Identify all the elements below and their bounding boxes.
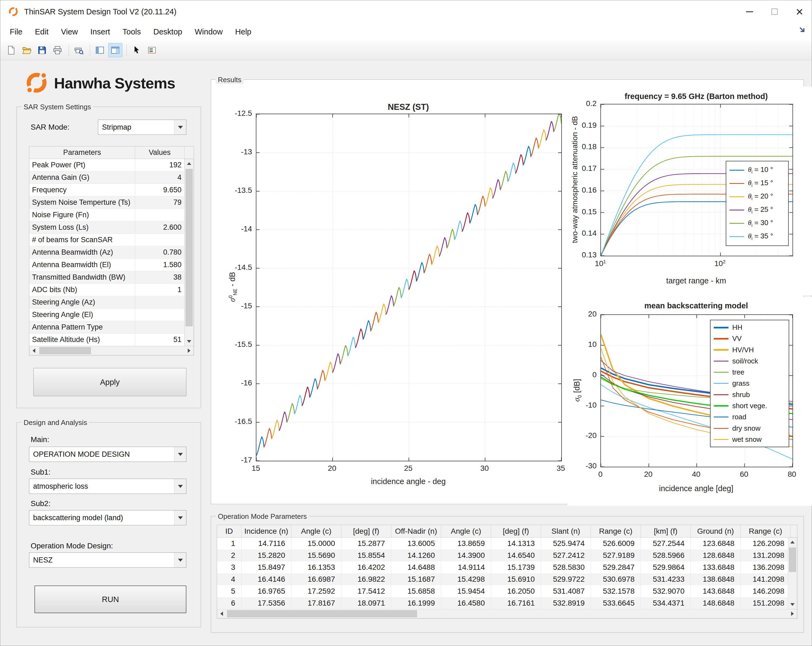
param-value-cell[interactable]: 4 — [135, 171, 185, 184]
table-cell[interactable]: 13.6005 — [391, 538, 441, 550]
table-cell[interactable]: 527.9189 — [591, 550, 641, 561]
sub1-select[interactable]: atmospheric loss — [29, 479, 186, 494]
vertical-scrollbar[interactable] — [788, 538, 797, 609]
table-cell[interactable]: 527.2544 — [641, 538, 691, 550]
table-cell[interactable]: 13.8659 — [441, 538, 491, 550]
column-header[interactable]: [deg] (f) — [341, 525, 391, 537]
table-cell[interactable]: 14.6540 — [491, 550, 541, 561]
table-cell[interactable]: 534.4371 — [641, 597, 691, 609]
scrollbar-thumb[interactable] — [227, 610, 417, 617]
table-cell[interactable]: 5 — [217, 585, 241, 597]
table-cell[interactable]: 3 — [217, 561, 241, 573]
table-cell[interactable]: 1 — [217, 538, 241, 550]
print-button[interactable] — [50, 43, 64, 57]
column-header[interactable]: Incidence (n) — [241, 525, 292, 537]
table-cell[interactable]: 128.6848 — [691, 550, 741, 561]
param-value-cell[interactable] — [135, 234, 185, 246]
param-name-cell[interactable]: Antenna Beamwidth (Az) — [29, 246, 135, 259]
horizontal-scrollbar[interactable] — [217, 609, 797, 619]
table-cell[interactable]: 528.5966 — [641, 550, 691, 561]
scroll-right-icon[interactable] — [185, 346, 194, 355]
table-cell[interactable]: 16.4202 — [341, 561, 391, 573]
table-cell[interactable]: 14.6488 — [391, 561, 441, 573]
table-cell[interactable]: 148.6848 — [691, 597, 741, 609]
param-name-cell[interactable]: Antenna Beamwidth (El) — [29, 259, 135, 271]
main-select[interactable]: OPERATION MODE DESIGN — [29, 447, 186, 462]
table-cell[interactable]: 525.9474 — [541, 538, 591, 550]
param-value-cell[interactable]: 79 — [135, 197, 185, 209]
column-header[interactable]: [km] (f) — [641, 525, 691, 537]
apply-button[interactable]: Apply — [34, 368, 186, 396]
dock-window-button[interactable] — [93, 43, 107, 57]
param-value-cell[interactable] — [135, 296, 185, 309]
table-cell[interactable]: 15.1687 — [391, 573, 441, 585]
column-header[interactable]: Angle (c) — [292, 525, 341, 537]
param-name-cell[interactable]: Antenna Pattern Type — [29, 321, 135, 334]
column-header[interactable]: [deg] (f) — [491, 525, 541, 537]
table-cell[interactable]: 16.9822 — [341, 573, 391, 585]
param-value-cell[interactable]: 9.650 — [135, 184, 185, 197]
table-cell[interactable]: 16.6987 — [292, 573, 341, 585]
table-cell[interactable]: 16.9765 — [241, 585, 292, 597]
table-cell[interactable]: 133.6848 — [691, 561, 741, 573]
legend[interactable]: HHVVHV/VHsoil/rocktreegrassshrubshort ve… — [710, 320, 789, 447]
menu-help[interactable]: Help — [229, 23, 258, 40]
table-cell[interactable]: 15.8497 — [241, 561, 292, 573]
table-cell[interactable]: 526.6009 — [591, 538, 641, 550]
scroll-up-icon[interactable] — [185, 159, 194, 168]
column-header[interactable]: Ground (n) — [691, 525, 741, 537]
param-name-cell[interactable]: System Noise Temperture (Ts) — [29, 197, 135, 209]
table-cell[interactable]: 531.4233 — [641, 573, 691, 585]
table-cell[interactable]: 528.5830 — [541, 561, 591, 573]
scroll-down-icon[interactable] — [185, 337, 194, 346]
column-header[interactable]: Slant (n) — [541, 525, 591, 537]
param-value-cell[interactable]: 192 — [135, 159, 185, 171]
sub2-select[interactable]: backscattering model (land) — [29, 510, 186, 525]
table-cell[interactable]: 4 — [217, 573, 241, 585]
scroll-left-icon[interactable] — [30, 346, 38, 355]
param-value-cell[interactable]: 51 — [135, 334, 185, 346]
table-cell[interactable]: 527.2412 — [541, 550, 591, 561]
table-cell[interactable]: 131.2098 — [741, 550, 788, 561]
layout-editor-button[interactable] — [108, 43, 122, 57]
table-cell[interactable]: 532.8919 — [541, 597, 591, 609]
table-cell[interactable]: 151.2098 — [741, 597, 788, 609]
table-cell[interactable]: 126.2098 — [741, 538, 788, 550]
cursor-button[interactable] — [130, 43, 143, 57]
column-header[interactable]: Range (c) — [591, 525, 641, 537]
sar-mode-select[interactable]: Stripmap — [98, 120, 186, 135]
param-name-cell[interactable]: Steering Angle (Az) — [29, 296, 135, 309]
run-button[interactable]: RUN — [34, 585, 186, 613]
table-cell[interactable]: 14.1313 — [491, 538, 541, 550]
scroll-left-icon[interactable] — [217, 609, 226, 618]
table-cell[interactable]: 16.1999 — [391, 597, 441, 609]
column-header-values[interactable]: Values — [135, 146, 185, 158]
table-cell[interactable]: 15.5690 — [292, 550, 341, 561]
horizontal-scrollbar[interactable] — [29, 346, 194, 355]
param-value-cell[interactable] — [135, 309, 185, 321]
table-cell[interactable]: 18.0971 — [341, 597, 391, 609]
minimize-button[interactable] — [737, 0, 762, 23]
param-name-cell[interactable]: Peak Power (Pt) — [29, 159, 135, 171]
save-button[interactable] — [35, 43, 49, 57]
param-value-cell[interactable]: 0.780 — [135, 246, 185, 259]
menu-tools[interactable]: Tools — [116, 23, 147, 40]
close-button[interactable]: × — [787, 0, 812, 23]
column-header[interactable]: Range (c) — [741, 525, 791, 537]
table-cell[interactable]: 15.2820 — [241, 550, 292, 561]
table-cell[interactable]: 14.3900 — [441, 550, 491, 561]
table-cell[interactable]: 15.2877 — [341, 538, 391, 550]
table-cell[interactable]: 136.2098 — [741, 561, 788, 573]
column-header[interactable]: Off-Nadir (n) — [391, 525, 441, 537]
maximize-button[interactable] — [762, 0, 787, 23]
table-cell[interactable]: 532.9070 — [641, 585, 691, 597]
table-cell[interactable]: 16.7161 — [491, 597, 541, 609]
param-name-cell[interactable]: ADC bits (Nb) — [29, 284, 135, 296]
print-preview-button[interactable] — [72, 43, 86, 57]
table-cell[interactable]: 15.0000 — [292, 538, 341, 550]
scrollbar-thumb[interactable] — [789, 547, 796, 572]
table-cell[interactable]: 123.6848 — [691, 538, 741, 550]
menu-edit[interactable]: Edit — [29, 23, 55, 40]
operation-mode-design-select[interactable]: NESZ — [29, 552, 186, 568]
param-value-cell[interactable]: 1.580 — [135, 259, 185, 271]
